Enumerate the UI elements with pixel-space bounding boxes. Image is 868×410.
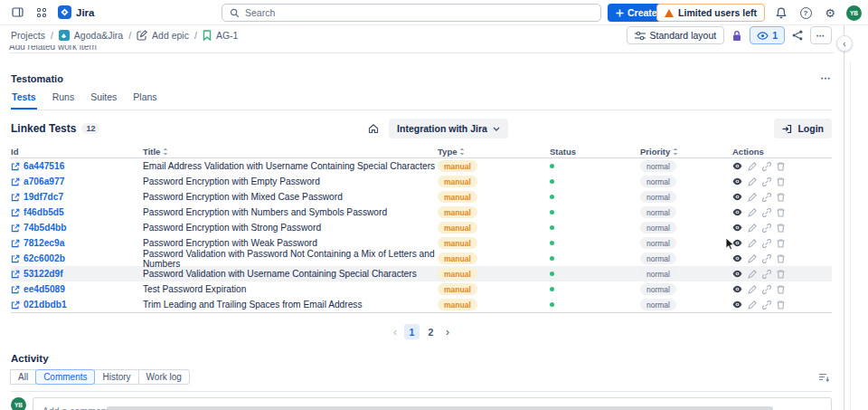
table-row[interactable]: 74b5d4bb Password Encryption with Strong…: [11, 220, 832, 235]
edit-test-button[interactable]: [748, 270, 757, 279]
table-column-header[interactable]: Actions: [732, 147, 832, 157]
table-row[interactable]: f46db5d5 Password Encryption with Number…: [11, 205, 832, 220]
edit-test-button[interactable]: [748, 177, 757, 186]
search-input[interactable]: Search: [222, 4, 601, 22]
integration-dropdown[interactable]: Integration with Jira: [389, 119, 508, 138]
delete-test-button[interactable]: [777, 193, 785, 202]
test-id-link[interactable]: 021dbdb1: [11, 300, 67, 310]
table-row[interactable]: 53122d9f Password Validation with Userna…: [11, 266, 832, 281]
testomatio-tab[interactable]: Runs: [52, 91, 76, 110]
view-test-button[interactable]: [732, 208, 742, 216]
activity-tab[interactable]: All: [10, 369, 36, 385]
login-button[interactable]: Login: [774, 119, 832, 138]
activity-tab[interactable]: Work log: [138, 369, 190, 385]
testomatio-tab[interactable]: Plans: [132, 91, 157, 110]
delete-test-button[interactable]: [777, 270, 785, 279]
delete-test-button[interactable]: [777, 224, 785, 233]
watchers-button[interactable]: 1: [750, 26, 785, 44]
view-test-button[interactable]: [732, 254, 742, 262]
test-id-link[interactable]: 6a447516: [11, 161, 64, 171]
edit-test-button[interactable]: [748, 300, 757, 310]
pagination-page-button[interactable]: 2: [423, 324, 439, 339]
test-id-link[interactable]: 19df7dc7: [11, 192, 63, 202]
table-column-header[interactable]: Type: [438, 147, 550, 157]
activity-tab[interactable]: Comments: [35, 369, 95, 385]
view-test-button[interactable]: [732, 270, 742, 278]
unlink-test-button[interactable]: [762, 177, 771, 186]
testomatio-tab[interactable]: Suites: [90, 91, 118, 110]
delete-test-button[interactable]: [777, 208, 785, 217]
test-id-link[interactable]: 7812ec9a: [11, 238, 64, 248]
app-switcher-icon[interactable]: [33, 5, 50, 21]
table-column-header[interactable]: Status: [550, 147, 640, 157]
jira-logo[interactable]: Jira: [58, 5, 94, 19]
edit-test-button[interactable]: [748, 208, 757, 217]
home-icon[interactable]: [366, 121, 381, 136]
table-row[interactable]: 6a447516 Email Address Validation with U…: [11, 158, 832, 174]
delete-test-button[interactable]: [777, 254, 785, 263]
breadcrumb-project[interactable]: Agoda&Jira: [59, 30, 123, 41]
view-test-button[interactable]: [732, 162, 742, 170]
breadcrumb-issue-key[interactable]: AG-1: [203, 30, 239, 41]
unlink-test-button[interactable]: [762, 300, 771, 310]
view-test-button[interactable]: [732, 300, 742, 309]
sidebar-toggle-icon[interactable]: [9, 5, 25, 21]
view-test-button[interactable]: [732, 177, 742, 186]
user-avatar[interactable]: YB: [846, 5, 862, 21]
test-id-link[interactable]: 62c6002b: [11, 253, 65, 263]
table-row[interactable]: ee4d5089 Test Password Expiration manual…: [11, 281, 832, 297]
activity-tab[interactable]: History: [94, 369, 138, 385]
notifications-bell-icon[interactable]: [773, 5, 789, 21]
add-related-work-item-label[interactable]: Add related work item: [9, 45, 834, 52]
edit-test-button[interactable]: [748, 193, 757, 202]
delete-test-button[interactable]: [777, 300, 785, 310]
view-test-button[interactable]: [732, 224, 742, 232]
table-column-header[interactable]: Title: [143, 147, 438, 157]
table-row[interactable]: 19df7dc7 Password Encryption with Mixed …: [11, 189, 832, 205]
edit-test-button[interactable]: [748, 239, 757, 248]
test-id-link[interactable]: f46db5d5: [11, 207, 64, 217]
test-id-link[interactable]: ee4d5089: [11, 284, 65, 294]
view-test-button[interactable]: [732, 193, 742, 201]
unlink-test-button[interactable]: [762, 239, 771, 248]
limited-users-button[interactable]: Limited users left: [656, 4, 765, 22]
table-row[interactable]: a706a977 Password Encryption with Empty …: [11, 174, 832, 189]
unlink-test-button[interactable]: [762, 162, 771, 171]
sort-order-icon[interactable]: [816, 370, 832, 385]
delete-test-button[interactable]: [777, 177, 785, 186]
testomatio-more-button[interactable]: ⋯: [821, 72, 833, 84]
breadcrumb-projects[interactable]: Projects: [11, 30, 45, 41]
table-row[interactable]: 62c6002b Password Validation with Passwo…: [11, 251, 832, 266]
test-id-link[interactable]: 74b5d4bb: [11, 223, 67, 233]
standard-layout-button[interactable]: Standard layout: [627, 26, 725, 44]
edit-test-button[interactable]: [748, 162, 757, 171]
unlink-test-button[interactable]: [762, 208, 771, 217]
unlink-test-button[interactable]: [762, 285, 771, 294]
pagination-prev-button[interactable]: ‹: [390, 326, 401, 338]
lock-icon[interactable]: [730, 28, 744, 43]
delete-test-button[interactable]: [777, 162, 785, 171]
pagination-next-button[interactable]: ›: [442, 326, 453, 338]
testomatio-tab[interactable]: Tests: [11, 91, 37, 110]
view-test-button[interactable]: [732, 285, 742, 293]
help-icon[interactable]: ?: [797, 5, 814, 21]
delete-test-button[interactable]: [777, 285, 785, 294]
edit-test-button[interactable]: [748, 285, 757, 294]
test-id-link[interactable]: a706a977: [11, 176, 64, 186]
unlink-test-button[interactable]: [762, 193, 771, 202]
more-actions-button[interactable]: ⋯: [810, 26, 832, 44]
edit-test-button[interactable]: [748, 224, 757, 233]
table-column-header[interactable]: Priority: [640, 147, 732, 157]
unlink-test-button[interactable]: [762, 224, 771, 233]
pagination-page-button[interactable]: 1: [404, 324, 420, 339]
breadcrumb-add-epic[interactable]: Add epic: [137, 30, 189, 41]
share-icon[interactable]: [790, 28, 805, 43]
delete-test-button[interactable]: [777, 239, 785, 248]
edit-test-button[interactable]: [748, 254, 757, 263]
horizontal-scrollbar[interactable]: [107, 406, 773, 410]
test-id-link[interactable]: 53122d9f: [11, 269, 63, 279]
unlink-test-button[interactable]: [762, 270, 771, 279]
unlink-test-button[interactable]: [762, 254, 771, 263]
table-column-header[interactable]: Id: [11, 147, 143, 157]
view-test-button[interactable]: [732, 239, 742, 247]
